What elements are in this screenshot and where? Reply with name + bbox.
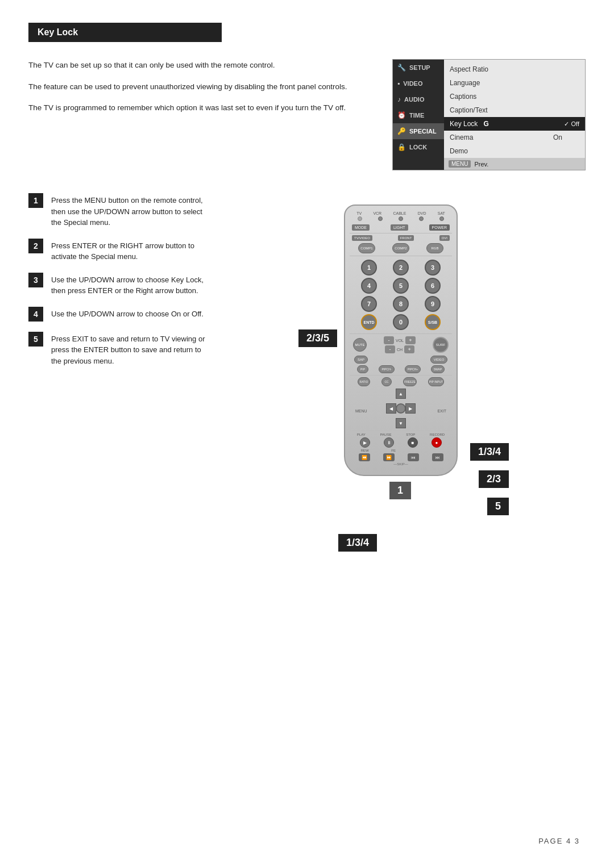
menu-option-captiontext: Caption/Text <box>444 103 585 117</box>
pipch-plus-btn[interactable]: PIPCH+ <box>405 365 421 373</box>
arrow-left[interactable]: ◀ <box>386 403 396 414</box>
key-ssb[interactable]: S/SB <box>425 314 441 330</box>
arrow-menu-area: ▲ ◀ ▶ ▼ MENU EXIT <box>350 389 452 428</box>
menu-left-sidebar: 🔧 SETUP ▪ VIDEO ♪ AUDIO ⏰ TIME <box>393 60 444 170</box>
vcr-label: VCR <box>373 211 381 215</box>
mute-btn[interactable]: MUTE <box>353 338 367 352</box>
menu-item-lock: 🔒 LOCK <box>393 139 444 155</box>
pip-btn[interactable]: PIP <box>357 365 368 373</box>
dvi-btn[interactable]: DVI <box>439 235 450 241</box>
arrow-down[interactable]: ▼ <box>396 418 406 428</box>
number-grid: 1 2 3 4 5 6 7 8 9 ENTD 0 S/SB <box>354 260 447 330</box>
menu-option-cinema: Cinema On <box>444 131 585 144</box>
keylock-off: ✓ Off <box>564 120 579 128</box>
power-btn[interactable]: POWER <box>429 224 450 231</box>
menu-item-setup: 🔧 SETUP <box>393 60 444 76</box>
rew-btn[interactable]: ⏪ <box>359 453 370 461</box>
menu-footer: MENU Prev. <box>444 158 585 170</box>
description-text: The TV can be set up so that it can only… <box>28 59 375 170</box>
divider-1 <box>350 233 452 233</box>
ch-minus[interactable]: - <box>385 345 395 353</box>
cable-label: CABLE <box>393 211 406 215</box>
ch-plus[interactable]: + <box>404 345 414 353</box>
menu-option-language: Language <box>444 76 585 90</box>
cc-btn[interactable]: CC <box>381 377 392 386</box>
comp-row: COMP1 COMP2 RGB <box>350 243 452 253</box>
step-num-3: 3 <box>28 273 43 287</box>
source-indicators <box>350 216 452 221</box>
arrow-right[interactable]: ▶ <box>405 403 416 414</box>
comp2-btn[interactable]: COMP2 <box>392 243 409 253</box>
divider-3 <box>350 333 452 334</box>
sat-label: SAT <box>438 211 445 215</box>
ratio-btn[interactable]: RATIO <box>358 377 370 386</box>
skipfwd-btn[interactable]: ⏭ <box>432 453 443 461</box>
comp1-btn[interactable]: COMP1 <box>358 243 375 253</box>
sap-video-row: SAP VIDEO <box>354 356 447 364</box>
menu-label-setup: SETUP <box>409 64 430 71</box>
fe-btn[interactable]: ⏩ <box>383 453 395 461</box>
key-5[interactable]: 5 <box>393 278 409 294</box>
transport-btns: ▶ ⏸ ■ ● <box>353 437 449 448</box>
enter-btn[interactable] <box>396 403 406 414</box>
stop-btn[interactable]: ■ <box>408 437 418 448</box>
remote-outer-wrapper: 2/3/5 1/3/4 2/3 5 1/3/4 1 TV VCR <box>344 205 458 476</box>
key-8[interactable]: 8 <box>393 296 409 312</box>
sat-indicator <box>439 216 444 221</box>
pause-btn[interactable]: ⏸ <box>384 437 394 448</box>
pip-row: PIP PIPCH- PIPCH+ SWAP <box>352 365 450 373</box>
rew-label: REW <box>361 449 369 452</box>
video-icon: ▪ <box>397 80 400 87</box>
dvd-label: DVD <box>418 211 426 215</box>
step-num-2: 2 <box>28 239 43 253</box>
light-btn[interactable]: LIGHT <box>391 224 408 231</box>
badge-1: 1 <box>389 482 411 499</box>
key-0[interactable]: 0 <box>393 314 409 330</box>
play-btn[interactable]: ▶ <box>360 437 370 448</box>
pipch-minus-btn[interactable]: PIPCH- <box>379 365 395 373</box>
stop-label: STOP <box>406 433 415 436</box>
arrow-up[interactable]: ▲ <box>396 389 406 399</box>
skipback-btn[interactable]: ⏮ <box>408 453 419 461</box>
record-btn[interactable]: ● <box>432 437 442 448</box>
key-4[interactable]: 4 <box>361 278 377 294</box>
front-btn[interactable]: FRONT <box>398 235 414 241</box>
key-3[interactable]: 3 <box>425 260 441 276</box>
divider-5 <box>350 431 452 431</box>
menu-prev-label: Prev. <box>474 161 488 168</box>
rew-labels: REW FE <box>350 449 452 452</box>
surf-btn[interactable]: SURF <box>433 337 449 353</box>
key-6[interactable]: 6 <box>425 278 441 294</box>
key-7[interactable]: 7 <box>361 296 377 312</box>
vol-plus[interactable]: + <box>405 336 416 344</box>
key-2[interactable]: 2 <box>393 260 409 276</box>
steps-list: 1 Press the MENU button on the remote co… <box>28 193 210 476</box>
badge-5: 5 <box>487 498 509 515</box>
badge-134-bottom: 1/3/4 <box>338 534 377 552</box>
step-text-5: Press EXIT to save and return to TV view… <box>51 332 210 367</box>
key-9[interactable]: 9 <box>425 296 441 312</box>
tvvideo-btn[interactable]: TV/VIDEO <box>352 235 372 241</box>
rgb-btn[interactable]: RGB <box>426 243 443 253</box>
freeze-btn[interactable]: FREEZE <box>403 377 417 386</box>
menu-label-video: VIDEO <box>403 80 422 87</box>
menu-label-lock: LOCK <box>409 144 427 151</box>
step-5: 5 Press EXIT to save and return to TV vi… <box>28 332 210 367</box>
key-entd[interactable]: ENTD <box>361 314 377 330</box>
video-select-btn[interactable]: VIDEO <box>430 356 447 364</box>
pause-label: PAUSE <box>380 433 392 436</box>
step-text-2: Press ENTER or the RIGHT arrow button to… <box>51 239 210 262</box>
badge-134-top: 1/3/4 <box>470 443 509 461</box>
tv-indicator <box>358 216 362 221</box>
menu-right-panel: Aspect Ratio Language Captions Caption/T… <box>444 60 585 170</box>
key-1[interactable]: 1 <box>361 260 377 276</box>
sap-btn[interactable]: SAP <box>354 356 368 364</box>
vol-minus[interactable]: - <box>384 336 394 344</box>
keylock-label: Key Lock G <box>450 120 489 128</box>
menu-option-captions: Captions <box>444 90 585 103</box>
pipinput-btn[interactable]: PIP INPUT <box>428 377 444 386</box>
swap-btn[interactable]: SWAP <box>431 365 445 373</box>
page-header: Key Lock <box>28 23 222 42</box>
menu-label-remote: MENU <box>355 409 367 413</box>
mode-btn[interactable]: MODE <box>352 224 370 231</box>
